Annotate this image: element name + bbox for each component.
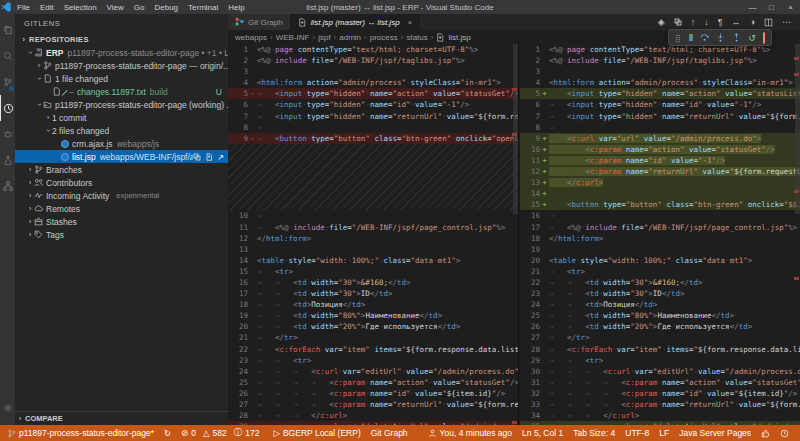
activity-hierarchy[interactable] xyxy=(0,173,15,199)
status-git-graph[interactable]: Git Graph xyxy=(371,428,408,438)
status-language-mode[interactable]: Java Server Pages xyxy=(679,428,751,438)
sidebar-group-remotes[interactable]: ›Remotes xyxy=(15,202,228,215)
status-issue[interactable] xyxy=(780,429,789,438)
tree-item-erp[interactable]: ›ERPp11897-process-status-editor-page • … xyxy=(15,46,228,59)
scrollbar[interactable] xyxy=(513,44,518,214)
step-out-button[interactable] xyxy=(732,33,741,42)
menu-selection[interactable]: Selection xyxy=(59,3,102,12)
step-over-button[interactable] xyxy=(700,33,709,42)
swap-sides-button[interactable]: ↔ xyxy=(732,17,741,27)
status-feedback-thumbsup[interactable] xyxy=(761,429,770,438)
status-encoding[interactable]: UTF-8 xyxy=(625,428,649,438)
maximize-button[interactable]: □ xyxy=(762,3,781,12)
diff-sign xyxy=(540,210,549,221)
status-problems[interactable]: ⊘0△582ⓘ172 xyxy=(181,427,263,439)
tree-item-label: changes.11897.txt xyxy=(77,87,146,97)
diff-filler xyxy=(228,144,518,211)
open-changes-button[interactable] xyxy=(674,18,682,26)
status-cursor-position[interactable]: Ln 5, Col 1 xyxy=(522,428,563,438)
tree-item-2[interactable]: ›2 files changed xyxy=(15,124,228,137)
activity-settings[interactable] xyxy=(0,395,15,421)
breadcrumb-item[interactable]: process xyxy=(370,33,398,42)
code-text: → <tr> xyxy=(549,266,800,277)
line-number: 10 xyxy=(520,144,540,155)
repositories-section-header[interactable]: › REPOSITORIES xyxy=(15,33,228,46)
status-launch[interactable]: ▷BGERP Local (ERP) xyxy=(273,428,360,438)
compare-section-header[interactable]: › COMPARE xyxy=(15,411,228,425)
diff-sign xyxy=(248,399,257,410)
status-sync[interactable]: ↻ xyxy=(164,428,171,438)
chevron-right-icon: › xyxy=(15,414,25,423)
breadcrumb-item[interactable]: admin xyxy=(339,33,361,42)
tab-close-icon[interactable]: × xyxy=(408,18,413,27)
toggle-inline-view-button[interactable]: ◑ xyxy=(750,17,755,27)
tree-item-p11897processstatuseditorpage[interactable]: ›p11897-process-status-editor-page — ori… xyxy=(15,59,228,72)
diff-pane-modified[interactable]: 1<%@·page·contentType="text/html;·charse… xyxy=(520,44,800,425)
code-line: 32→ → → → <c:param·name="id"·value="${it… xyxy=(520,388,800,399)
sidebar-group-incoming-activity[interactable]: ›Incoming Activityexperimental xyxy=(15,189,228,202)
breadcrumb-file[interactable]: list.jsp xyxy=(436,33,470,42)
menu-view[interactable]: View xyxy=(102,3,129,12)
open-changes-button[interactable] xyxy=(193,153,201,161)
tree-item-crm.ajax.js[interactable]: crm.ajax.jswebapps/js xyxy=(15,137,228,150)
gitlens-action-button[interactable]: ◈ xyxy=(658,17,665,27)
activity-explorer[interactable] xyxy=(0,17,15,43)
activity-test-beaker[interactable] xyxy=(0,147,15,173)
open-file-button[interactable] xyxy=(205,153,213,161)
line-number: 22 xyxy=(228,344,248,355)
breadcrumb-item[interactable]: status xyxy=(406,33,427,42)
open-on-remote-button[interactable]: ↗ xyxy=(217,152,224,162)
code-line: 13 xyxy=(228,244,518,255)
diff-sign xyxy=(248,344,257,355)
split-editor-button[interactable] xyxy=(764,18,773,27)
code-text: → → → → <c:param·name="action"·value="st… xyxy=(257,377,518,388)
line-number: 8 xyxy=(228,122,248,133)
breadcrumb-item[interactable]: WEB-INF xyxy=(276,33,310,42)
activity-source-control[interactable] xyxy=(0,69,15,95)
activity-gitlens[interactable] xyxy=(0,95,15,121)
menu-help[interactable]: Help xyxy=(223,3,249,12)
more-actions-button[interactable]: ⋯ xyxy=(782,17,791,27)
sidebar-group-contributors[interactable]: ›Contributors xyxy=(15,176,228,189)
tree-item-list.jsp[interactable]: list.jspwebapps/WEB-INF/jspf/admin/pr...… xyxy=(15,150,228,163)
tree-item-changes.11897.txt[interactable]: −changes.11897.txtbuildU xyxy=(15,85,228,98)
tab-git-graph[interactable]: Git Graph xyxy=(228,14,291,30)
diff-pane-original[interactable]: 1<%@·page·contentType="text/html;·charse… xyxy=(228,44,519,425)
line-number: 30 xyxy=(520,366,540,377)
tree-item-1[interactable]: ›1 commit xyxy=(15,111,228,124)
tree-item-p11897processstatuseditorpage[interactable]: ›p11897-process-status-editor-page (work… xyxy=(15,98,228,111)
menu-debug[interactable]: Debug xyxy=(149,3,183,12)
breadcrumb-item[interactable]: jspf xyxy=(318,33,330,42)
grip-handle[interactable]: ⣿ xyxy=(675,33,682,43)
tab-list-jsp-master-list-jsp[interactable]: list.jsp (master) ↔ list.jsp× xyxy=(291,14,421,30)
stop-button[interactable] xyxy=(763,33,765,43)
status-git-branch[interactable]: p11897-process-status-editor-page* xyxy=(7,428,154,438)
menu-file[interactable]: File xyxy=(12,3,35,12)
line-number: 20 xyxy=(228,321,248,332)
menu-go[interactable]: Go xyxy=(129,3,150,12)
status-blame[interactable]: You, 4 minutes ago xyxy=(428,428,512,438)
restart-button[interactable]: ↺ xyxy=(748,33,756,43)
toggle-whitespace-button[interactable]: ¶ xyxy=(718,17,723,27)
activity-debug[interactable] xyxy=(0,121,15,147)
code-text: → → <c:param·name="action"·value="status… xyxy=(549,144,800,155)
step-into-button[interactable] xyxy=(716,33,725,42)
menu-terminal[interactable]: Terminal xyxy=(183,3,223,12)
pause-button[interactable]: ‖ xyxy=(689,33,693,43)
status-tab-size[interactable]: Tab Size: 4 xyxy=(573,428,615,438)
sidebar-group-branches[interactable]: ›Branches xyxy=(15,163,228,176)
scrollbar[interactable] xyxy=(795,44,800,214)
breadcrumb-item[interactable]: webapps xyxy=(235,33,267,42)
close-button[interactable]: × xyxy=(781,3,800,12)
status-label: You, 4 minutes ago xyxy=(440,428,512,438)
sidebar-group-stashes[interactable]: ›Stashes xyxy=(15,215,228,228)
sidebar-group-tags[interactable]: ›Tags xyxy=(15,228,228,241)
previous-change-button[interactable]: ↑ xyxy=(691,17,696,27)
next-change-button[interactable]: ↓ xyxy=(704,17,709,27)
blue-circle-icon xyxy=(61,140,69,148)
tree-item-1[interactable]: ›1 file changed xyxy=(15,72,228,85)
menu-edit[interactable]: Edit xyxy=(35,3,59,12)
minimize-button[interactable]: — xyxy=(743,3,762,12)
activity-search[interactable] xyxy=(0,43,15,69)
status-eol[interactable]: LF xyxy=(659,428,669,438)
